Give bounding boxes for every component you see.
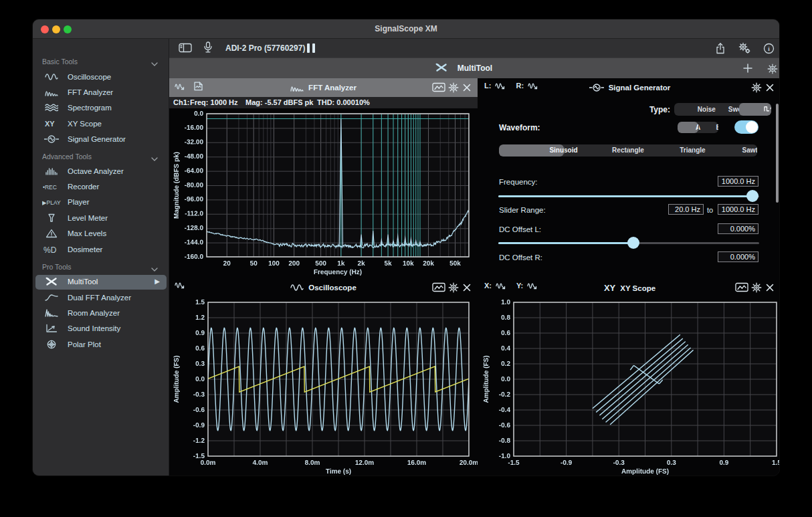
multitool-bar-title: MultiTool: [169, 64, 780, 73]
scrollbar-thumb[interactable]: [776, 104, 779, 203]
plot-options-icon[interactable]: [432, 82, 445, 93]
warning-icon: [41, 229, 62, 239]
svg-text:i: i: [768, 45, 770, 52]
multitool-settings-icon[interactable]: [767, 64, 778, 77]
sidebar-item-sound-intensity[interactable]: Sound Intensity: [35, 322, 167, 336]
tones-waveform-icon: [755, 105, 771, 113]
titlebar: SignalScope XM: [33, 19, 779, 39]
type-option-tones[interactable]: [739, 103, 771, 116]
close-icon[interactable]: [460, 82, 474, 93]
fft-plot[interactable]: [169, 108, 478, 278]
section-basic-tools[interactable]: Basic Tools: [42, 58, 162, 68]
sidebar-item-player[interactable]: ▶PLAYPlayer: [35, 195, 167, 210]
gear-icon[interactable]: [447, 82, 460, 93]
sidebar-item-fft-analyzer[interactable]: FFT Analyzer: [35, 86, 167, 100]
frequency-slider-thumb[interactable]: [746, 190, 758, 202]
pause-button[interactable]: [307, 43, 315, 53]
gear-icon[interactable]: [447, 282, 460, 293]
close-icon[interactable]: [763, 82, 777, 93]
multitool-icon: [41, 277, 62, 288]
dc-offset-l-slider[interactable]: [498, 236, 759, 249]
plot-options-icon[interactable]: [735, 282, 748, 293]
add-tool-button[interactable]: [743, 64, 752, 76]
fft-panel-header: FFT Analyzer: [169, 78, 478, 97]
type-option-sweep[interactable]: Sweep: [706, 103, 738, 116]
svg-text:▶PLAY: ▶PLAY: [42, 199, 61, 206]
app-window: SignalScope XM Basic Tools Oscilloscope …: [32, 19, 780, 476]
signal-output-left-icon[interactable]: [495, 82, 506, 92]
device-name[interactable]: ADI-2 Pro (57760297): [225, 43, 305, 53]
chevron-down-icon[interactable]: [151, 265, 158, 273]
oscilloscope-plot[interactable]: [169, 297, 478, 476]
siggen-panel-header: L: R: Signal Generator: [479, 78, 780, 97]
fft-status-bar: Ch1: Freq: 1000 Hz Mag: -5.57 dBFS pk TH…: [169, 97, 478, 108]
octave-icon: [41, 167, 62, 177]
close-icon[interactable]: [763, 282, 777, 293]
sidebar-item-recorder[interactable]: •RECRecorder: [35, 180, 167, 195]
section-pro-tools[interactable]: Pro Tools: [42, 263, 162, 274]
signal-output-right-icon[interactable]: [528, 82, 538, 92]
toolbar: ADI-2 Pro (57760297) i: [169, 39, 780, 58]
svg-text:%D: %D: [43, 245, 57, 254]
xy-plot[interactable]: [479, 297, 780, 476]
type-segmented-control: Noise Sweep: [674, 103, 771, 116]
slider-range-label: Slider Range:: [499, 206, 546, 214]
dual-fft-icon: [41, 293, 62, 304]
type-option-noise[interactable]: Noise: [674, 103, 706, 116]
signal-input-x-icon[interactable]: [496, 282, 506, 292]
plot-options-icon[interactable]: [432, 282, 445, 293]
waveform-sinusoid[interactable]: Sinusoid: [499, 144, 564, 157]
output-toggle[interactable]: [734, 120, 758, 134]
sidebar-item-dosimeter[interactable]: %DDosimeter: [35, 243, 167, 257]
waveform-rectangle[interactable]: Rectangle: [564, 144, 629, 157]
signal-input-y-icon[interactable]: [527, 282, 538, 292]
chevron-down-icon[interactable]: [151, 154, 158, 163]
mic-icon[interactable]: [203, 41, 213, 57]
frequency-field[interactable]: 1000.0 Hz: [718, 176, 758, 187]
sidebar-item-level-meter[interactable]: Level Meter: [35, 211, 167, 226]
left-channel-label: L:: [484, 82, 491, 90]
sidebar-item-room-analyzer[interactable]: Room Analyzer: [35, 306, 167, 321]
oscilloscope-panel: Oscilloscope: [169, 278, 478, 476]
gear-icon[interactable]: [750, 282, 763, 293]
multitool-workspace: FFT Analyzer Ch1: Freq: 1000 Hz Mag: -5.…: [169, 78, 780, 476]
frequency-slider[interactable]: [498, 189, 759, 203]
waveform-sawtooth[interactable]: Sawtooth: [693, 144, 758, 157]
waveform-segmented-control: Sinusoid Rectangle Triangle Sawtooth: [499, 144, 757, 157]
waveform-a-option[interactable]: A: [678, 122, 698, 133]
sidebar-toggle-icon[interactable]: [179, 43, 192, 56]
sidebar-item-xy-scope[interactable]: XYXY Scope: [35, 117, 167, 132]
dc-offset-l-field[interactable]: 0.000%: [718, 223, 758, 234]
share-icon[interactable]: [715, 43, 726, 57]
data-record-icon[interactable]: [193, 82, 203, 92]
chevron-down-icon[interactable]: [151, 60, 158, 68]
sidebar-item-dual-fft-analyzer[interactable]: Dual FFT Analyzer: [35, 291, 167, 306]
sidebar-item-spectrogram[interactable]: Spectrogram: [35, 101, 167, 116]
waveform-triangle[interactable]: Triangle: [628, 144, 693, 157]
sidebar-item-max-levels[interactable]: Max Levels: [35, 227, 167, 241]
fft-status-mag: Mag: -5.57 dBFS pk: [245, 98, 313, 106]
signal-input-icon[interactable]: [175, 282, 185, 291]
section-advanced-tools[interactable]: Advanced Tools: [42, 152, 162, 163]
info-icon[interactable]: i: [763, 43, 775, 57]
sidebar-item-signal-generator[interactable]: Signal Generator: [35, 132, 167, 147]
signal-input-icon[interactable]: [175, 83, 185, 92]
sidebar-item-multitool[interactable]: MultiTool▶: [35, 275, 167, 290]
signal-generator-panel: L: R: Signal Generator Type: Noise Sweep…: [479, 78, 780, 278]
sidebar-item-oscilloscope[interactable]: Oscilloscope: [35, 70, 167, 85]
fft-status-freq: Freq: 1000 Hz: [190, 98, 238, 106]
gear-icon[interactable]: [750, 82, 763, 93]
sidebar-item-octave-analyzer[interactable]: Octave Analyzer: [35, 165, 167, 179]
dc-offset-l-slider-thumb[interactable]: [627, 237, 639, 249]
y-channel-label: Y:: [516, 282, 523, 290]
range-from-field[interactable]: 20.0 Hz: [668, 204, 704, 215]
disclosure-arrow-icon[interactable]: ▶: [155, 278, 160, 285]
range-to-field[interactable]: 1000.0 Hz: [718, 204, 758, 215]
gears-icon[interactable]: [738, 42, 751, 57]
dc-offset-r-field[interactable]: 0.000%: [718, 251, 758, 262]
close-icon[interactable]: [460, 282, 474, 293]
fft-icon: [41, 88, 62, 98]
waveform-b-option[interactable]: B: [698, 122, 719, 133]
signal-generator-icon: [41, 134, 62, 145]
sidebar-item-polar-plot[interactable]: Polar Plot: [35, 338, 167, 352]
